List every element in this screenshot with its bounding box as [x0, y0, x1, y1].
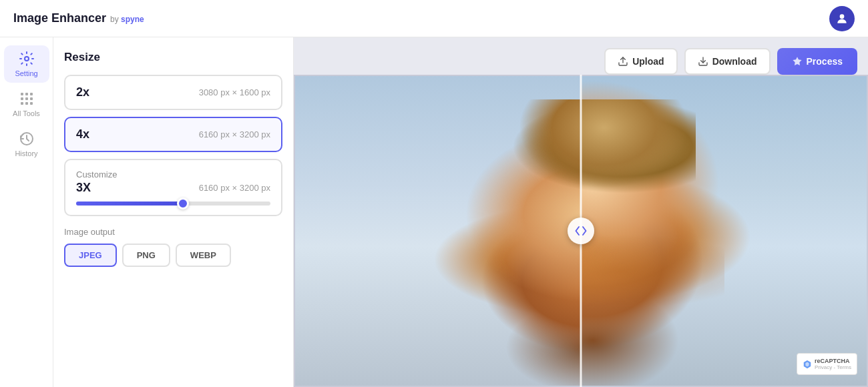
process-label: Process	[807, 56, 843, 67]
resize-dims-2x: 3080 px × 1600 px	[199, 87, 270, 97]
svg-rect-3	[25, 93, 28, 95]
compare-handle[interactable]	[568, 218, 594, 244]
sidebar: Setting All Tools Histo	[0, 37, 53, 387]
gear-icon	[19, 51, 35, 67]
svg-rect-10	[30, 102, 33, 105]
recaptcha-icon	[803, 360, 812, 369]
resize-label-4x: 4x	[76, 127, 89, 141]
upload-label: Upload	[632, 56, 664, 67]
compare-arrows-icon	[575, 225, 587, 237]
svg-rect-4	[30, 93, 33, 95]
recaptcha-subtext: Privacy - Terms	[815, 364, 851, 370]
output-btn-jpeg[interactable]: JPEG	[64, 244, 117, 267]
resize-dims-4x: 6160 px × 3200 px	[199, 129, 270, 139]
download-button[interactable]: Download	[684, 48, 771, 75]
user-icon	[835, 12, 849, 25]
app-title: Image Enhancer	[13, 11, 106, 25]
canvas-area: Upload Download Process	[294, 37, 868, 387]
sidebar-label-alltools: All Tools	[13, 109, 40, 117]
customize-header: 3X 6160 px × 3200 px	[76, 181, 270, 195]
svg-rect-7	[30, 97, 33, 100]
output-btn-webp[interactable]: WEBP	[176, 244, 231, 267]
process-icon	[792, 56, 803, 67]
action-bar: Upload Download Process	[604, 48, 857, 75]
sidebar-label-history: History	[15, 149, 37, 157]
output-btn-png[interactable]: PNG	[122, 244, 170, 267]
history-icon	[19, 131, 35, 147]
svg-rect-9	[25, 102, 28, 105]
download-label: Download	[712, 56, 757, 67]
clothing-after	[581, 206, 724, 316]
brand-name: spyne	[121, 15, 144, 24]
sidebar-label-setting: Setting	[15, 69, 37, 77]
recaptcha-badge: reCAPTCHA Privacy - Terms	[797, 353, 857, 375]
recaptcha-text: reCAPTCHA	[815, 358, 851, 364]
output-label: Image output	[64, 227, 282, 237]
upload-icon	[618, 56, 628, 67]
left-border	[294, 75, 295, 387]
resize-option-2x[interactable]: 2x 3080 px × 1600 px	[64, 75, 282, 110]
upload-button[interactable]: Upload	[604, 48, 677, 75]
svg-rect-5	[21, 97, 23, 100]
customize-dims: 6160 px × 3200 px	[199, 183, 270, 193]
download-icon	[698, 56, 708, 67]
all-tools-icon	[19, 91, 35, 107]
logo: Image Enhancer by spyne	[13, 11, 144, 25]
slider-thumb[interactable]	[177, 198, 189, 210]
customize-title: Customize	[76, 169, 270, 179]
person-after-wrapper	[581, 75, 868, 387]
customize-scale: 3X	[76, 181, 91, 195]
svg-rect-2	[21, 93, 23, 95]
customize-box: Customize 3X 6160 px × 3200 px	[64, 159, 282, 216]
process-button[interactable]: Process	[777, 48, 857, 75]
after-image-container	[581, 75, 868, 387]
svg-point-1	[25, 57, 29, 61]
main-layout: Setting All Tools Histo	[0, 37, 868, 387]
output-buttons: JPEG PNG WEBP	[64, 244, 282, 267]
sidebar-item-alltools[interactable]: All Tools	[4, 85, 49, 123]
avatar[interactable]	[829, 6, 855, 31]
resize-option-4x[interactable]: 4x 6160 px × 3200 px	[64, 117, 282, 152]
svg-rect-8	[21, 102, 23, 105]
svg-rect-6	[25, 97, 28, 100]
sidebar-item-setting[interactable]: Setting	[4, 45, 49, 83]
slider-fill	[76, 202, 183, 206]
sidebar-item-history[interactable]: History	[4, 125, 49, 163]
hair-after	[581, 99, 696, 193]
svg-point-0	[840, 14, 845, 19]
header: Image Enhancer by spyne	[0, 0, 868, 37]
panel: Resize 2x 3080 px × 1600 px 4x 6160 px ×…	[53, 37, 294, 387]
app-subtitle: by spyne	[110, 15, 144, 24]
slider-track[interactable]	[76, 202, 270, 206]
panel-title: Resize	[64, 51, 282, 64]
image-compare	[294, 75, 868, 387]
resize-label-2x: 2x	[76, 85, 89, 99]
